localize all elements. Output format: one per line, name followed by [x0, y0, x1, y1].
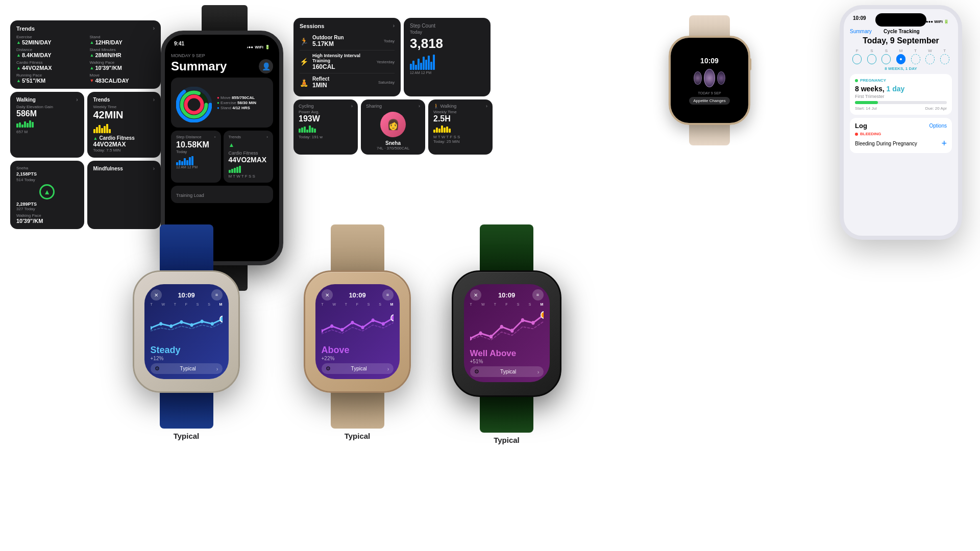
mindfulness-chevron: › — [153, 166, 155, 171]
watch2-x-btn[interactable]: ✕ — [322, 289, 333, 300]
left-widgets-section: Trends › Exercise ▲ 52MIN/DAY Stand ▲ 12… — [10, 20, 161, 229]
walking-card-subtitle: Weekly Time — [433, 110, 487, 114]
svg-point-24 — [489, 335, 493, 339]
metric-stand-minutes: Stand Minutes ▲ 28MIN/HR — [90, 47, 155, 58]
step-count-card[interactable]: Step Count Today 3,818 12 AM 12 PM — [404, 18, 491, 96]
sharing-card[interactable]: Sharing › 👩 Sneha 74L · 370/500CAL — [361, 99, 425, 155]
cycling-title: Cycling — [299, 104, 314, 109]
pregnancy-trimester: First Trimester — [855, 94, 947, 99]
walking-card-today: Today: 25 MIN — [433, 139, 487, 144]
watch1-typical-row[interactable]: ⚙ Typical › — [151, 363, 223, 374]
svg-point-15 — [330, 324, 333, 328]
watch1-typical: Typical — [180, 366, 196, 371]
cycle-day-T2: T — [940, 48, 949, 64]
sessions-card[interactable]: Sessions › 🏃 Outdoor Run 5.17KM Today ⚡ … — [293, 18, 401, 96]
watch3-x-btn[interactable]: ✕ — [470, 289, 481, 300]
trends2-today: Today: 7.5 MIN — [93, 148, 155, 153]
metric-cardio: Cardio Fitness ▲ 44VO2MAX — [16, 60, 82, 71]
watch-small-date: TODAY 9 SEP — [698, 91, 721, 95]
watch2-time: 10:09 — [349, 291, 365, 299]
watch-small-time: 10:09 — [700, 57, 719, 65]
metric-move: Move ▼ 483CAL/DAY — [90, 73, 155, 84]
watch-silver: ✕ 10:09 ≡ T W T F S S M — [130, 224, 242, 440]
watch3-status: Well Above — [470, 348, 544, 359]
walking-widget[interactable]: Walking › Daily Elevation Gain 586M 657 … — [10, 92, 84, 158]
step-distance-card[interactable]: Step Distance › 10.58KM Today — [171, 131, 221, 183]
watch1-status: Steady — [151, 345, 223, 356]
watch3-typical-badge: Typical — [494, 436, 520, 444]
pregnancy-due: Due: 20 Apr — [925, 106, 947, 111]
session-hiit-value: 160CAL — [312, 63, 373, 70]
svg-point-17 — [351, 321, 354, 324]
session-run[interactable]: 🏃 Outdoor Run 5.17KM Today — [300, 32, 395, 51]
walking-detail-widget[interactable]: Sneha 2,158PTS 514 Today ▲ 2,289PTS 327 … — [10, 161, 84, 229]
step-distance-title: Step Distance — [176, 135, 202, 139]
sharing-name: Sneha — [366, 140, 420, 146]
trends-iphone-card[interactable]: Trends › ▲ Cardio Fitness 44VO2MAX — [224, 131, 274, 183]
pregnancy-section[interactable]: PREGNANCY 8 weeks, 1 day First Trimester… — [850, 74, 952, 115]
session-hiit-time: Yesterday — [377, 60, 395, 64]
trends-widget-1[interactable]: Trends › Exercise ▲ 52MIN/DAY Stand ▲ 12… — [10, 20, 161, 89]
watch1-menu-btn[interactable]: ≡ — [211, 289, 223, 300]
add-btn[interactable]: + — [941, 138, 947, 149]
cycle-nav-title: Cycle Tracking — [884, 29, 920, 34]
step-count-today: Today — [410, 30, 484, 35]
elevation-value: 586M — [16, 109, 78, 118]
trends2-vo2: 44VO2MAX — [93, 141, 155, 148]
session-reflect[interactable]: 🧘 Reflect 1MIN Saturday — [300, 73, 395, 91]
log-options[interactable]: Options — [929, 123, 947, 129]
training-load-title: Training Load — [176, 193, 204, 198]
cycle-day-F: F — [852, 48, 862, 64]
trends2-chevron: › — [153, 97, 155, 103]
pregnancy-start: Start: 14 Jul — [855, 106, 877, 111]
session-hiit-name: High Intensity Interval Training — [312, 53, 373, 63]
svg-point-16 — [340, 328, 344, 332]
training-load-card[interactable]: Training Load — [171, 186, 273, 203]
watch1-change: +12% — [151, 356, 223, 361]
sharing-today: 74L · 370/500CAL — [366, 146, 420, 151]
mindfulness-title: Mindfulness — [93, 166, 123, 171]
svg-point-5 — [186, 96, 202, 113]
activity-rings-card[interactable]: Activity Rings ● Move 855/7 — [171, 78, 273, 128]
svg-point-28 — [531, 321, 534, 325]
svg-point-29 — [541, 312, 543, 318]
trends2-weekly: Weekly Time — [93, 105, 155, 109]
watch3-typical-row[interactable]: ⚙ Typical › — [470, 366, 544, 377]
watch-small-section: 10:09 TODAY 9 SEP Appetite Changes — [669, 15, 750, 145]
svg-point-8 — [169, 324, 173, 328]
watch2-typical: Typical — [351, 366, 367, 371]
cycle-time: 10:09 — [853, 15, 866, 28]
pregnancy-label: PREGNANCY — [860, 78, 886, 83]
metric-exercise: Exercise ▲ 52MIN/DAY — [16, 35, 82, 45]
trends-title: Trends — [16, 26, 35, 32]
health-title: Summary — [171, 59, 227, 73]
cycling-card[interactable]: Cycling › Power Avg. 193W Today: 191 w — [293, 99, 358, 155]
session-hiit[interactable]: ⚡ High Intensity Interval Training 160CA… — [300, 51, 395, 73]
watch2-typical-row[interactable]: ⚙ Typical › — [322, 363, 394, 374]
watch-small-metric[interactable]: Appetite Changes — [689, 97, 730, 105]
cycle-weeks-label: 8 WEEKS, 1 DAY — [850, 66, 952, 71]
watch3-change: +51% — [470, 359, 544, 364]
step-count-title: Step Count — [410, 23, 435, 29]
cycling-extra: Today: 191 w — [299, 135, 353, 139]
watch2-menu-btn[interactable]: ≡ — [382, 289, 394, 300]
iphone-cycle-frame: 10:09 ●●●WiFi🔋 Summary Cycle Tracking To… — [840, 5, 962, 240]
sessions-title: Sessions — [300, 23, 324, 29]
watch1-typical-badge: Typical — [174, 432, 200, 440]
cycle-day-W: W — [925, 48, 935, 64]
watch2-typical-badge: Typical — [345, 432, 371, 440]
walking-card[interactable]: 🚶 Walking › Weekly Time 2.5H M T W T F S… — [428, 99, 493, 155]
walking-card-value: 2.5H — [433, 114, 487, 123]
session-run-time: Today — [384, 39, 395, 43]
watch3-menu-btn[interactable]: ≡ — [532, 289, 544, 300]
svg-point-18 — [361, 325, 364, 329]
mindfulness-widget[interactable]: Mindfulness › — [87, 161, 161, 229]
session-reflect-value: 1MIN — [312, 82, 374, 89]
watch1-x-btn[interactable]: ✕ — [151, 289, 162, 300]
svg-point-11 — [200, 320, 203, 323]
trends-iphone-title: Trends — [229, 135, 241, 139]
cycle-nav-back[interactable]: Summary — [850, 29, 872, 34]
watch3-typical: Typical — [500, 369, 516, 374]
cycle-day-S1: S — [867, 48, 876, 64]
trends-widget-2[interactable]: Trends › Weekly Time 42MIN ▲ Cardio Fitn… — [87, 92, 161, 158]
